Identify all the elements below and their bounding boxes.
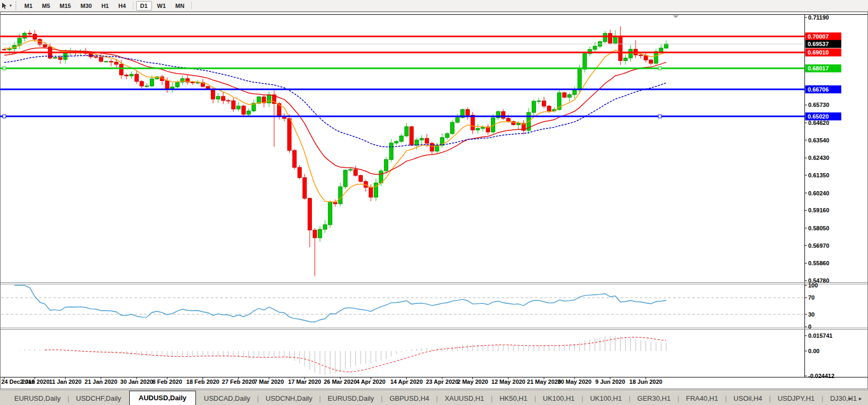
candle-down xyxy=(303,178,307,199)
timeframe-button-m15[interactable]: M15 xyxy=(56,1,75,11)
chart-tab-usoil-h4[interactable]: USOil,H4 xyxy=(727,392,769,405)
date-label: 8 Feb 2020 xyxy=(153,379,182,385)
toolbar-separator xyxy=(191,2,192,10)
cursor-tool-button[interactable]: ▾ xyxy=(0,0,14,11)
candle-up xyxy=(247,111,250,114)
candle-down xyxy=(58,57,62,59)
candle-down xyxy=(241,106,245,114)
candle-up xyxy=(175,82,179,87)
candle-down xyxy=(293,150,297,167)
candle-down xyxy=(354,169,357,175)
chart-tab-audusd-daily[interactable]: AUDUSD,Daily xyxy=(129,391,196,405)
cursor-icon xyxy=(1,2,8,10)
line-drag-handle[interactable] xyxy=(3,115,6,118)
candle-down xyxy=(410,127,414,145)
candle-up xyxy=(578,69,581,90)
level-price-tag-label: 0.66706 xyxy=(808,86,829,93)
candle-up xyxy=(572,90,576,95)
chart-tab-usdjpy-h1[interactable]: USDJPY,H1 xyxy=(771,392,821,405)
macd-tick-label: 0.015741 xyxy=(808,332,833,339)
candle-up xyxy=(405,127,408,136)
candle-up xyxy=(338,187,342,204)
chart-window: ▼ AUDUSD,Daily 0.69521 0.69555 0.69233 0… xyxy=(0,11,868,390)
date-label: 21 Jan 2020 xyxy=(85,379,118,385)
date-label: 21 May 2020 xyxy=(527,379,561,385)
candle-down xyxy=(333,202,337,204)
candle-up xyxy=(532,101,535,112)
price-tick-label: 0.65730 xyxy=(808,102,829,108)
chevron-down-icon[interactable]: ▾ xyxy=(10,3,12,8)
timeframe-button-d1[interactable]: D1 xyxy=(136,1,152,11)
timeframe-button-h4[interactable]: H4 xyxy=(114,1,130,11)
date-label: 11 Jan 2020 xyxy=(49,379,82,385)
date-label: 18 Feb 2020 xyxy=(186,379,219,385)
price-tick-label: 0.62430 xyxy=(808,155,829,161)
tab-scroll-right-icon[interactable]: ► xyxy=(858,397,863,401)
date-label: 30 May 2020 xyxy=(558,379,592,385)
candle-up xyxy=(603,33,607,42)
chart-tab-eurusd-daily[interactable]: EURUSD,Daily xyxy=(321,392,381,405)
timeframe-button-w1[interactable]: W1 xyxy=(153,1,171,11)
chart-tab-uk100-h1[interactable]: UK100,H1 xyxy=(583,392,629,405)
candle-down xyxy=(425,138,429,143)
candle-up xyxy=(323,224,327,229)
candle-down xyxy=(502,112,505,119)
candle-down xyxy=(120,64,123,75)
candle-up xyxy=(374,183,378,197)
candle-down xyxy=(466,110,469,115)
timeframe-button-mn[interactable]: MN xyxy=(171,1,189,11)
chart-tab-eurusd-daily[interactable]: EURUSD,Daily xyxy=(7,392,67,405)
candle-down xyxy=(547,106,551,111)
candle-up xyxy=(624,58,628,61)
toolbar: ▾ M1M5M15M30H1H4D1W1MN xyxy=(0,0,868,12)
candle-down xyxy=(94,57,98,57)
candle-down xyxy=(639,55,642,56)
line-drag-handle[interactable] xyxy=(658,67,661,70)
candle-up xyxy=(150,79,154,86)
line-drag-handle[interactable] xyxy=(3,67,6,70)
candle-down xyxy=(43,44,47,47)
chart-canvas[interactable]: ▼ AUDUSD,Daily 0.69521 0.69555 0.69233 0… xyxy=(0,11,868,390)
timeframe-button-m30[interactable]: M30 xyxy=(76,1,96,11)
chart-tab-hk50-h1[interactable]: HK50,H1 xyxy=(493,392,534,405)
tab-scroll-left-icon[interactable]: ◄ xyxy=(847,397,852,401)
chart-tab-ger30-h1[interactable]: GER30,H1 xyxy=(630,392,677,405)
timeframe-button-h1[interactable]: H1 xyxy=(97,1,113,11)
candle-up xyxy=(7,49,11,50)
chart-tab-usdcad-daily[interactable]: USDCAD,Daily xyxy=(197,392,257,405)
line-drag-handle[interactable] xyxy=(658,115,661,118)
candle-down xyxy=(298,167,301,177)
chart-tab-fra40-h1[interactable]: FRA40,H1 xyxy=(679,392,725,405)
chart-tabs: EURUSD,Daily|USDCHF,DailyAUDUSD,DailyUSD… xyxy=(0,390,864,405)
date-label: 17 Mar 2020 xyxy=(288,379,321,385)
price-tick-label: 0.61350 xyxy=(808,172,829,178)
rsi-tick-label: 30 xyxy=(808,311,815,318)
candle-up xyxy=(145,86,149,86)
date-label: 9 Jun 2020 xyxy=(595,379,625,385)
date-label: 30 Jan 2020 xyxy=(120,379,153,385)
chart-tab-usdchf-daily[interactable]: USDCHF,Daily xyxy=(69,392,128,405)
timeframe-button-m1[interactable]: M1 xyxy=(20,1,37,11)
chart-tab-usdcnh-daily[interactable]: USDCNH,Daily xyxy=(259,392,319,405)
chart-tab-uk100-h1[interactable]: UK100,H1 xyxy=(536,392,581,405)
candle-down xyxy=(308,199,311,230)
candle-up xyxy=(451,122,454,133)
candle-up xyxy=(328,202,332,224)
timeframe-button-m5[interactable]: M5 xyxy=(38,1,54,11)
candle-up xyxy=(445,133,449,138)
candle-up xyxy=(568,95,571,97)
candle-down xyxy=(109,61,113,62)
candle-down xyxy=(135,74,138,82)
candle-down xyxy=(369,187,373,197)
chart-tab-gbpusd-h4[interactable]: GBPUSD,H4 xyxy=(382,392,436,405)
candle-down xyxy=(231,101,235,109)
price-tick-label: 0.56970 xyxy=(808,242,829,249)
date-label: 27 Feb 2020 xyxy=(222,379,255,385)
price-tick-label: 0.71190 xyxy=(808,14,829,21)
candle-down xyxy=(609,33,612,43)
date-label: 26 Mar 2020 xyxy=(324,379,356,385)
chart-tab-xauusd-h1[interactable]: XAUUSD,H1 xyxy=(438,392,491,405)
toolbar-grip xyxy=(15,2,16,10)
candle-down xyxy=(542,101,546,106)
bid-price-tag-label: 0.69537 xyxy=(808,41,829,47)
